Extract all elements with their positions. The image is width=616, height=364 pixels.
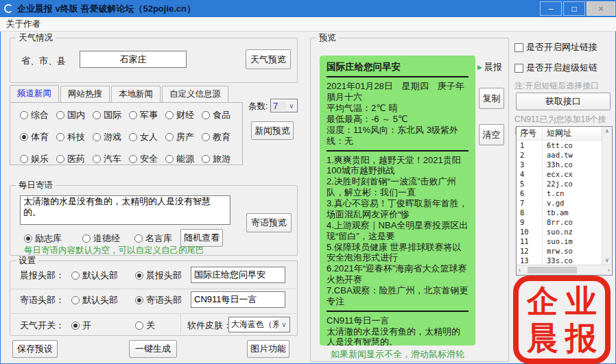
table-row[interactable]: 4ecx.cx: [517, 169, 602, 179]
weather-on-option[interactable]: 开: [71, 319, 91, 332]
radio-icon[interactable]: [56, 111, 64, 119]
category-option[interactable]: 旅游: [202, 153, 238, 165]
radio-icon[interactable]: [165, 111, 174, 119]
radio-icon[interactable]: [129, 111, 137, 119]
tab-channel-news[interactable]: 频道新闻: [10, 85, 59, 103]
radio-icon[interactable]: [93, 155, 101, 163]
minimize-icon[interactable]: –: [540, 1, 562, 16]
radio-icon[interactable]: [93, 111, 101, 119]
source-option[interactable]: 励志库: [24, 232, 62, 245]
table-row[interactable]: 10suo.nz: [517, 227, 602, 236]
radio-icon[interactable]: [20, 111, 28, 119]
radio-icon[interactable]: [71, 271, 80, 280]
table-row[interactable]: 6t.cn: [517, 189, 602, 198]
table-row[interactable]: 11suo.im: [517, 236, 602, 246]
copy-button[interactable]: 复制: [479, 88, 504, 109]
vertical-scrollbar[interactable]: ∧ ∨: [602, 127, 612, 265]
category-option[interactable]: 教育: [202, 131, 238, 143]
table-row[interactable]: 8tb.am: [517, 208, 602, 217]
category-option[interactable]: 娱乐: [20, 153, 56, 165]
radio-icon[interactable]: [82, 234, 91, 243]
table-row[interactable]: 522j.co: [517, 179, 602, 189]
column-header-id[interactable]: 序号: [517, 128, 543, 139]
tab-site-hot[interactable]: 网站热搜: [60, 86, 110, 103]
default-message-header-option[interactable]: 默认头部: [71, 294, 118, 306]
tab-custom-source[interactable]: 自定义信息源: [162, 86, 228, 103]
radio-icon[interactable]: [93, 133, 101, 141]
table-row[interactable]: 2aad.tw: [517, 150, 602, 160]
radio-icon[interactable]: [56, 133, 64, 141]
message-preview-button[interactable]: 寄语预览: [246, 213, 292, 232]
category-option[interactable]: 科技: [56, 131, 93, 143]
skin-select[interactable]: 大海蓝色（系统 ∨: [228, 317, 290, 332]
radio-icon[interactable]: [202, 133, 210, 141]
checkbox-icon[interactable]: [514, 64, 523, 73]
weather-preview-button[interactable]: 天气预览: [246, 49, 291, 69]
category-option[interactable]: 体育: [20, 131, 56, 143]
radio-icon[interactable]: [71, 321, 80, 330]
radio-icon[interactable]: [165, 155, 174, 163]
category-option[interactable]: 医药: [56, 153, 93, 165]
message-header-input[interactable]: [191, 291, 285, 308]
radio-icon[interactable]: [202, 111, 210, 119]
category-option[interactable]: 游戏: [93, 131, 129, 143]
save-preset-button[interactable]: 保存预设: [12, 340, 58, 358]
radio-icon[interactable]: [165, 133, 174, 141]
scroll-up-icon[interactable]: ∧: [605, 128, 609, 134]
category-option[interactable]: 军事: [129, 109, 165, 121]
radio-icon[interactable]: [129, 155, 137, 163]
daily-message-textarea[interactable]: 太清澈的水是没有鱼的，太精明的人是没有智慧的。: [20, 195, 230, 225]
scroll-left-icon[interactable]: ‹: [519, 267, 521, 274]
enable-url-checkbox[interactable]: 是否开启网址链接: [514, 41, 597, 53]
radio-icon[interactable]: [134, 234, 143, 243]
news-preview-button[interactable]: 新闻预览: [251, 121, 294, 140]
radio-icon[interactable]: [56, 155, 64, 163]
news-count-select[interactable]: 7 ∨: [270, 99, 298, 112]
tab-local-news[interactable]: 本地新闻: [111, 86, 161, 103]
table-row[interactable]: 12mrw.so: [517, 246, 602, 256]
morning-header-input[interactable]: [191, 267, 285, 283]
table-row[interactable]: 333h.co: [517, 160, 602, 169]
radio-icon[interactable]: [24, 234, 32, 243]
checkbox-icon[interactable]: [514, 43, 523, 52]
get-interface-button[interactable]: 获取接口: [516, 93, 611, 110]
clear-button[interactable]: 清空: [479, 124, 504, 145]
radio-icon[interactable]: [129, 133, 137, 141]
table-row[interactable]: 1333s.co: [517, 256, 602, 265]
weather-off-option[interactable]: 关: [135, 319, 155, 332]
default-header-option[interactable]: 默认头部: [71, 269, 118, 282]
source-option[interactable]: 名言库: [134, 232, 172, 245]
scrollbar-thumb[interactable]: [528, 267, 577, 274]
table-row[interactable]: 98rr.co: [517, 217, 602, 227]
category-option[interactable]: 房产: [165, 131, 202, 143]
tab-morning-report[interactable]: ▶ 晨报: [477, 61, 502, 73]
category-option[interactable]: 汽车: [93, 153, 129, 165]
message-header-option[interactable]: 寄语头部: [135, 294, 182, 306]
table-row[interactable]: 16tt.co: [517, 141, 602, 150]
maximize-icon[interactable]: □: [563, 1, 585, 16]
menu-about[interactable]: 关于作者: [0, 17, 47, 32]
radio-icon[interactable]: [135, 321, 143, 330]
radio-icon[interactable]: [20, 133, 28, 141]
scroll-right-icon[interactable]: ›: [608, 267, 610, 274]
category-option[interactable]: 综合: [20, 109, 56, 121]
radio-icon[interactable]: [135, 296, 143, 304]
category-option[interactable]: 女人: [129, 131, 165, 143]
category-option[interactable]: 财经: [165, 109, 202, 121]
category-option[interactable]: 国际: [93, 109, 129, 121]
category-option[interactable]: 能源: [165, 153, 202, 165]
scroll-down-icon[interactable]: ∨: [605, 257, 609, 263]
radio-icon[interactable]: [20, 155, 28, 163]
morning-header-option[interactable]: 晨报头部: [135, 269, 182, 282]
radio-icon[interactable]: [71, 296, 80, 304]
close-icon[interactable]: ×: [587, 1, 615, 16]
source-option[interactable]: 道德经: [82, 232, 120, 245]
city-input[interactable]: [80, 51, 187, 68]
category-option[interactable]: 安全: [129, 153, 165, 165]
radio-icon[interactable]: [202, 155, 210, 163]
radio-icon[interactable]: [135, 271, 143, 280]
image-function-button[interactable]: 图片功能: [247, 340, 289, 358]
category-option[interactable]: 国内: [56, 109, 93, 121]
generate-button[interactable]: 一键生成: [129, 340, 177, 358]
enable-shortlink-checkbox[interactable]: 是否开启超级短链: [514, 62, 597, 74]
